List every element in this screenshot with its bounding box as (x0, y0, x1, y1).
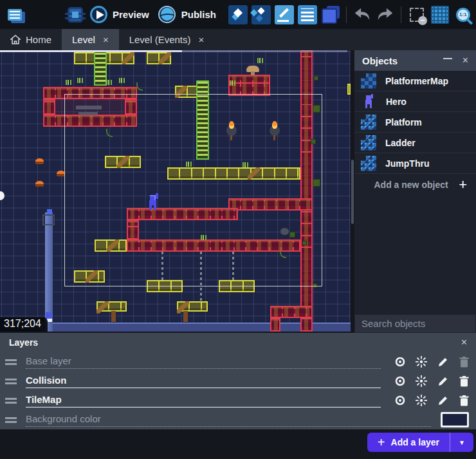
scene-canvas[interactable]: 317;204 (0, 50, 351, 332)
edit-pencil-icon[interactable] (435, 394, 450, 407)
tilemap-icon (361, 115, 376, 130)
canvas-vertical-scrollbar[interactable] (351, 50, 354, 333)
scrollbar-thumb[interactable] (351, 160, 354, 224)
events-list-icon (298, 5, 317, 24)
layer-name-field[interactable]: Collision (26, 375, 381, 388)
plus-icon: + (459, 176, 467, 193)
gdevelop-editor: Preview Publish 1:1 Home Level (0, 0, 476, 459)
stem-decoration (111, 311, 116, 322)
drag-handle-icon[interactable] (5, 397, 18, 404)
object-groups-button[interactable] (250, 3, 273, 26)
visibility-eye-icon[interactable] (393, 355, 407, 368)
effects-icon[interactable] (414, 375, 428, 388)
layers-panel-title: Layers (9, 337, 461, 348)
layers-panel-footer: + Add a layer ▼ (0, 429, 476, 459)
drag-handle-icon[interactable] (5, 417, 18, 423)
search-objects-input[interactable] (362, 318, 476, 329)
search-objects-box[interactable] (355, 315, 475, 332)
drag-handle-icon[interactable] (5, 378, 18, 384)
visibility-eye-icon[interactable] (393, 375, 407, 388)
add-layer-button[interactable]: + Add a layer (367, 433, 450, 452)
layer-name-field[interactable]: TileMap (26, 394, 381, 407)
undo-button[interactable] (351, 3, 374, 26)
add-layer-split-button: + Add a layer ▼ (367, 433, 473, 452)
hero-icon (364, 95, 374, 108)
layer-actions (393, 394, 471, 407)
close-tab-icon[interactable]: × (199, 34, 205, 45)
objects-panel-title: Objects (362, 55, 443, 66)
drag-handle-icon[interactable] (5, 359, 18, 365)
layers-panel-header: Layers × (0, 333, 476, 352)
scene-window-border (64, 94, 322, 286)
close-panel-icon[interactable]: × (461, 337, 467, 348)
edit-scene-button[interactable] (273, 3, 296, 26)
object-item-platformermap[interactable]: PlatformerMap (354, 71, 476, 91)
layers-button[interactable] (319, 3, 342, 26)
tab-level[interactable]: Level × (62, 29, 119, 50)
publish-button[interactable] (156, 3, 179, 26)
preview-button[interactable] (87, 3, 110, 26)
publish-label[interactable]: Publish (181, 9, 216, 20)
platform-stripe-tile[interactable] (96, 301, 109, 314)
tilemap-icon (361, 73, 376, 89)
object-item-platform[interactable]: Platform (354, 112, 476, 133)
close-panel-icon[interactable]: × (462, 55, 468, 66)
background-color-swatch[interactable] (441, 412, 469, 427)
effects-icon[interactable] (414, 394, 428, 407)
grass-tuft (228, 80, 236, 86)
hero-sprite[interactable] (147, 195, 158, 210)
tab-level-events[interactable]: Level (Events) × (119, 29, 215, 50)
brick-tiles[interactable] (270, 306, 313, 318)
events-sheet-button[interactable] (296, 3, 319, 26)
edit-pencil-icon[interactable] (435, 355, 450, 368)
brick-tiles[interactable] (270, 318, 280, 332)
enemy-critter[interactable] (35, 158, 44, 164)
object-item-jumpthru[interactable]: JumpThru (354, 153, 476, 174)
debugger-icon (69, 9, 81, 21)
platform-stripe-tile[interactable] (122, 52, 134, 64)
zoom-original-button[interactable]: 1:1 (452, 3, 475, 26)
object-cube-icon (228, 5, 248, 24)
add-new-object-button[interactable]: Add a new object + (354, 174, 476, 196)
tilemap-icon (361, 156, 376, 171)
tab-home[interactable]: Home (0, 29, 62, 50)
layer-row-base: Base layer (0, 352, 476, 371)
layer-row-background-color: Background color (0, 410, 476, 429)
debugger-button[interactable] (64, 3, 87, 26)
water-entry-marker[interactable] (47, 209, 52, 214)
edit-pencil-icon[interactable] (435, 375, 450, 388)
delete-trash-icon (457, 355, 471, 368)
object-item-ladder[interactable]: Ladder (354, 133, 476, 153)
add-layer-dropdown-button[interactable]: ▼ (450, 433, 473, 452)
filter-icon[interactable] (443, 57, 452, 64)
toolbar-divider (346, 6, 347, 23)
main-toolbar: Preview Publish 1:1 (0, 0, 476, 29)
delete-trash-icon[interactable] (457, 394, 471, 407)
preview-label[interactable]: Preview (113, 9, 149, 20)
close-tab-icon[interactable]: × (103, 34, 109, 45)
visibility-eye-icon[interactable] (393, 394, 407, 407)
redo-button[interactable] (374, 3, 397, 26)
brick-tiles[interactable] (43, 99, 55, 115)
deselect-all-button[interactable] (405, 3, 428, 26)
horizontal-scrollbar-thumb[interactable] (0, 50, 182, 52)
zoom-1-1-icon: 1:1 (456, 8, 470, 22)
project-manager-button[interactable] (3, 3, 26, 26)
platform-stripe-tile[interactable] (159, 52, 171, 64)
add-object-button[interactable] (226, 3, 250, 26)
toggle-grid-button[interactable] (428, 3, 452, 26)
water-entry-box[interactable] (42, 214, 55, 225)
effects-icon[interactable] (414, 355, 428, 368)
layer-name-field[interactable]: Base layer (26, 355, 381, 369)
redo-icon (376, 5, 395, 24)
enemy-critter[interactable] (35, 181, 44, 187)
main-area: 317;204 Objects × PlatformerMap Hero Pla… (0, 50, 476, 333)
delete-trash-icon[interactable] (457, 375, 471, 388)
toolbar-divider (401, 6, 401, 23)
object-group-icon (252, 5, 271, 24)
left-scroll-handle[interactable] (0, 191, 5, 200)
objects-panel-empty-area (354, 196, 476, 315)
grass-tuft (76, 78, 84, 83)
object-label: Hero (386, 97, 407, 107)
object-item-hero[interactable]: Hero (354, 91, 476, 112)
